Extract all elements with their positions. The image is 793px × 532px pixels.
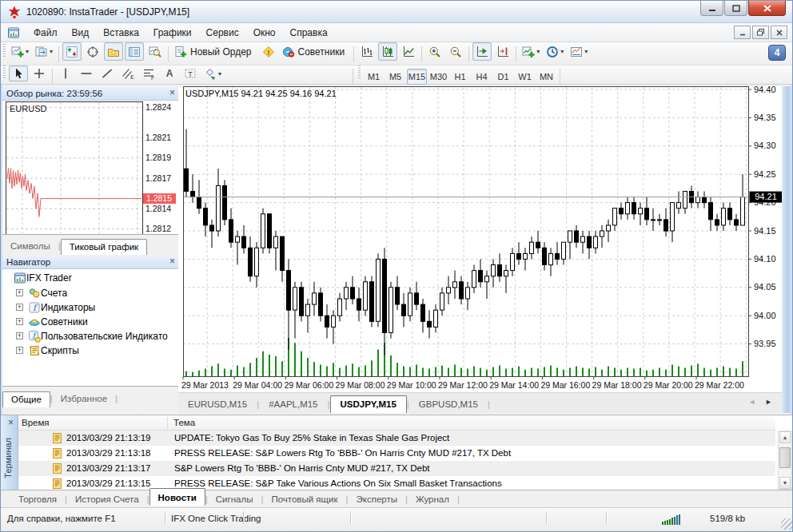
scroll-up-icon[interactable]: ▲ <box>779 431 791 443</box>
tree-item-Советники[interactable]: +Советники <box>16 315 178 328</box>
dropdown-icon[interactable]: ▾ <box>584 48 588 55</box>
strategy-tester-button[interactable] <box>145 42 165 61</box>
mdi-minimize-button[interactable] <box>734 26 751 39</box>
new-order-button[interactable]: Новый Ордер <box>172 42 257 61</box>
news-row[interactable]: 2013/03/29 21:13:18PRESS RELEASE: S&P Lo… <box>18 446 775 461</box>
tab-Общие[interactable]: Общие <box>2 391 50 407</box>
chart-tab-USDJPY,M15[interactable]: USDJPY,M15 <box>330 395 407 413</box>
shapes-tool[interactable]: ▾ <box>201 66 224 81</box>
mdi-close-button[interactable] <box>771 26 787 39</box>
templates-button[interactable]: ▾ <box>568 42 590 61</box>
auto-scroll-toggle[interactable] <box>472 42 492 61</box>
tabs-scroll-right-icon[interactable]: ► <box>765 398 772 406</box>
timeframe-W1[interactable]: W1 <box>515 69 535 85</box>
close-button[interactable] <box>748 1 786 16</box>
vertical-line-tool[interactable] <box>56 66 75 81</box>
chart-tab-#AAPL,M15[interactable]: #AAPL,M15 <box>259 396 327 413</box>
terminal-tab-Почтовый ящик[interactable]: Почтовый ящик <box>263 492 345 506</box>
minimize-button[interactable] <box>700 1 723 16</box>
timeframe-M1[interactable]: M1 <box>364 69 384 85</box>
cursor-tool[interactable] <box>9 66 28 81</box>
menu-Файл[interactable]: Файл <box>26 25 65 41</box>
menu-Окно[interactable]: Окно <box>246 25 283 41</box>
timeframe-D1[interactable]: D1 <box>493 69 513 85</box>
column-time[interactable]: Время <box>22 418 50 427</box>
tabs-scroll-left-icon[interactable]: ◄ <box>748 398 755 406</box>
chart-tab-EURUSD,M15[interactable]: EURUSD,M15 <box>178 396 257 413</box>
line-chart-button[interactable] <box>399 42 418 61</box>
tab-Тиковый график[interactable]: Тиковый график <box>61 239 147 255</box>
news-row[interactable]: 2013/03/29 21:13:17S&P Lowers Rtg To 'BB… <box>18 461 775 476</box>
terminal-tab-Новости[interactable]: Новости <box>149 488 205 506</box>
mdi-restore-button[interactable] <box>752 26 769 39</box>
fibonacci-tool[interactable]: F <box>139 66 158 81</box>
equidistant-channel-tool[interactable]: E <box>118 66 137 81</box>
new-chart-button[interactable]: ▾ <box>9 42 31 61</box>
notifications-badge[interactable]: 4 <box>768 45 786 61</box>
expand-icon[interactable]: + <box>16 347 23 354</box>
profiles-button[interactable]: ▾ <box>33 42 55 61</box>
news-row[interactable]: 2013/03/29 21:13:19UPDATE: Tokyo Gas To … <box>18 431 775 446</box>
timeframe-M5[interactable]: M5 <box>385 69 405 85</box>
tree-item-Счета[interactable]: +Счета <box>16 286 178 300</box>
bar-chart-button[interactable] <box>357 42 377 61</box>
resize-grip[interactable] <box>781 518 792 530</box>
tab-Избранное[interactable]: Избранное <box>53 391 115 407</box>
terminal-tab-Торговля[interactable]: Торговля <box>10 492 65 506</box>
timeframe-M30[interactable]: M30 <box>428 69 448 85</box>
candlestick-chart-button[interactable] <box>378 42 397 61</box>
advisors-button[interactable]: Советники <box>280 42 351 61</box>
news-scrollbar[interactable]: ▲ ▼ <box>778 431 792 490</box>
terminal-tab-История Счета[interactable]: История Счета <box>67 492 147 506</box>
dropdown-icon[interactable]: ▾ <box>536 48 540 55</box>
dropdown-icon[interactable]: ▾ <box>50 48 53 55</box>
terminal-close-icon[interactable]: × <box>8 417 14 428</box>
candlestick-chart[interactable]: 94.4094.3594.3094.2594.2094.1594.1094.05… <box>178 86 782 392</box>
tick-chart[interactable]: 1.28241.28211.28191.28171.28141.28121.28… <box>6 101 177 236</box>
menu-Графики[interactable]: Графики <box>146 25 199 41</box>
maximize-button[interactable] <box>724 1 747 16</box>
timeframe-H4[interactable]: H4 <box>472 69 492 85</box>
timeframe-MN[interactable]: MN <box>536 69 556 85</box>
terminal-tab-Журнал[interactable]: Журнал <box>408 492 457 506</box>
crosshair-tool[interactable] <box>30 66 49 81</box>
menu-Вставка[interactable]: Вставка <box>96 25 146 41</box>
expand-icon[interactable]: + <box>16 318 23 325</box>
terminal-toggle[interactable] <box>125 42 144 61</box>
market-watch-close-icon[interactable]: × <box>169 87 175 98</box>
chart-tab-GBPUSD,M15[interactable]: GBPUSD,M15 <box>409 396 488 413</box>
tree-item-Индикаторы[interactable]: +fИндикаторы <box>16 300 178 314</box>
dropdown-icon[interactable]: ▾ <box>218 70 221 77</box>
tree-item-Скрипты[interactable]: +Скрипты <box>16 343 178 357</box>
tree-item-Пользовательские Индикато[interactable]: +fПользовательские Индикато <box>16 329 178 343</box>
dropdown-icon[interactable]: ▾ <box>26 48 29 55</box>
tab-Символы[interactable]: Символы <box>2 239 58 254</box>
navigator-close-icon[interactable]: × <box>169 256 175 267</box>
scroll-down-icon[interactable]: ▼ <box>779 477 791 489</box>
terminal-tab-Сигналы[interactable]: Сигналы <box>208 492 261 506</box>
expand-icon[interactable]: + <box>16 304 23 311</box>
zoom-out-button[interactable] <box>446 42 465 61</box>
menu-Справка[interactable]: Справка <box>283 25 335 41</box>
text-label-tool[interactable]: T <box>181 66 200 81</box>
chart-shift-button[interactable] <box>493 42 512 61</box>
indicators-button[interactable]: ▾ <box>520 42 542 61</box>
zoom-in-button[interactable] <box>425 42 444 61</box>
market-watch-toggle[interactable] <box>62 42 82 61</box>
periods-button[interactable]: ▾ <box>544 42 566 61</box>
terminal-tab-Эксперты[interactable]: Эксперты <box>349 492 405 506</box>
trendline-tool[interactable] <box>98 66 117 81</box>
horizontal-line-tool[interactable] <box>77 66 96 81</box>
menu-Вид[interactable]: Вид <box>65 25 97 41</box>
timeframe-M15[interactable]: M15 <box>407 69 427 85</box>
menu-Сервис[interactable]: Сервис <box>199 25 246 41</box>
column-topic[interactable]: Тема <box>173 418 195 427</box>
scrollbar-thumb[interactable] <box>779 447 791 468</box>
expand-icon[interactable]: + <box>16 289 23 296</box>
navigator-toggle[interactable] <box>104 42 123 61</box>
alerts-button[interactable]: ! <box>259 42 278 61</box>
tree-root[interactable]: IFX Trader <box>14 271 72 284</box>
text-tool[interactable]: A <box>160 66 179 81</box>
timeframe-H1[interactable]: H1 <box>450 69 470 85</box>
expand-icon[interactable]: + <box>16 332 23 339</box>
